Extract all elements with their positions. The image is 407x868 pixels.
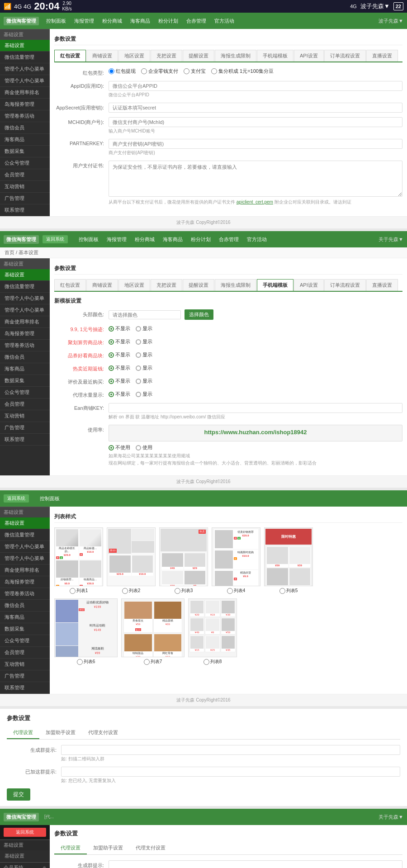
tab2-shop[interactable]: 商铺设置 — [86, 279, 118, 291]
nav-member[interactable]: 合赤管理 — [183, 16, 210, 26]
subtab-agent[interactable]: 代理设置 — [7, 727, 39, 739]
tab-order-flow[interactable]: 订单流程设置 — [324, 50, 366, 62]
nav-poster[interactable]: 海报管理 — [71, 16, 98, 26]
tab-api[interactable]: API设置 — [294, 50, 324, 62]
sidebar2-ad[interactable]: 广告管理 — [0, 422, 50, 434]
sidebar-item-rate[interactable]: 商金使用率排名 — [0, 87, 50, 99]
sidebar-item-data[interactable]: 数据采集 — [0, 146, 50, 157]
label-style-6[interactable]: 列表6 — [54, 659, 118, 665]
radio-hide-juhua[interactable]: 显示 — [136, 338, 152, 345]
textarea-cert[interactable] — [109, 161, 402, 197]
sidebar-item-ad[interactable]: 广告管理 — [0, 193, 50, 204]
tab2-api[interactable]: API设置 — [294, 279, 324, 291]
bottom-user[interactable]: 关于先森▼ — [379, 814, 403, 821]
nav-official[interactable]: 官方活动 — [211, 16, 238, 26]
input-partnerkey[interactable] — [109, 139, 402, 149]
sidebar-item-vip[interactable]: 微信会员 — [0, 122, 50, 134]
label-style-3[interactable]: 列表3 — [159, 588, 208, 594]
nav2-mall[interactable]: 粉分商城 — [131, 235, 158, 244]
sidebar3-menu2[interactable]: 管理个人中心菜单 — [0, 553, 50, 564]
user-label[interactable]: 波子先森▼ — [360, 2, 390, 10]
bottom-subtab-agent[interactable]: 代理设置 — [54, 842, 87, 854]
radio-show-99[interactable]: 不显示 — [109, 325, 130, 332]
nav-products[interactable]: 海客商品 — [127, 16, 154, 26]
sidebar3-marketing[interactable]: 互动营销 — [0, 659, 50, 670]
nav-plan[interactable]: 粉分计划 — [155, 16, 182, 26]
sidebar2-sea[interactable]: 海客商品 — [0, 363, 50, 375]
label-style-8[interactable]: 列表8 — [188, 659, 237, 665]
radio-show-hotreturn[interactable]: 不显示 — [109, 365, 130, 371]
sidebar2-menu1[interactable]: 管理个人中心菜单 — [0, 293, 50, 304]
label-style-7[interactable]: 列表7 — [121, 659, 185, 665]
radio-hide-99[interactable]: 显示 — [136, 325, 152, 332]
sidebar3-rate[interactable]: 商金使用率排名 — [0, 564, 50, 576]
sidebar-item-coupon[interactable]: 管理卷券活动 — [0, 110, 50, 122]
sidebar3-sea[interactable]: 海客商品 — [0, 612, 50, 623]
sidebar-bottom-basic[interactable]: 基础设置 — [0, 850, 50, 862]
subtab-join[interactable]: 加盟助手设置 — [39, 727, 82, 739]
btn-back-system[interactable]: 返回系统 — [43, 235, 68, 243]
tab2-region[interactable]: 地区设置 — [118, 279, 150, 291]
radio-show-review[interactable]: 不显示 — [109, 378, 130, 384]
nav-control-panel[interactable]: 控制面板 — [43, 16, 70, 26]
subtab-pay[interactable]: 代理支付设置 — [82, 727, 124, 739]
sidebar3-wechat[interactable]: 公众号管理 — [0, 635, 50, 647]
tab-shop[interactable]: 商铺设置 — [86, 50, 118, 62]
sidebar2-flow[interactable]: 微信流量管理 — [0, 281, 50, 293]
tab-redpacket[interactable]: 红包设置 — [54, 50, 86, 62]
sidebar-collapse-icon[interactable]: ⊕ — [43, 865, 46, 868]
tab-recharge[interactable]: 充把设置 — [151, 50, 182, 62]
nav2-official[interactable]: 官方活动 — [243, 235, 270, 244]
radio-alipay[interactable]: 支付宝 — [184, 68, 206, 75]
sidebar-item-wechat[interactable]: 公众号管理 — [0, 157, 50, 169]
input-appsecret[interactable] — [109, 103, 402, 113]
radio-hide-review[interactable]: 显示 — [136, 378, 152, 384]
sidebar-item-member[interactable]: 会员管理 — [0, 169, 50, 181]
sidebar3-menu1[interactable]: 管理个人中心菜单 — [0, 541, 50, 553]
tab-poster-limit[interactable]: 海报生成限制 — [215, 50, 256, 62]
input-gengroup[interactable] — [61, 745, 400, 755]
sidebar-item-contact[interactable]: 联系管理 — [0, 204, 50, 216]
sidebar-item-menu1[interactable]: 管理个人中心菜单 — [0, 63, 50, 75]
tab2-recharge[interactable]: 充把设置 — [151, 279, 182, 291]
sidebar3-member[interactable]: 会员管理 — [0, 647, 50, 659]
sidebar3-flow[interactable]: 微信流量管理 — [0, 529, 50, 541]
sidebar3-poster[interactable]: 岛海报券管理 — [0, 576, 50, 588]
nav2-control[interactable]: 控制面板 — [75, 235, 102, 244]
tab2-poster-limit[interactable]: 海报生成限制 — [215, 279, 256, 291]
submit-btn[interactable]: 提交 — [7, 788, 30, 801]
sidebar2-poster[interactable]: 岛海报券管理 — [0, 328, 50, 340]
radio-watermark-yes[interactable]: 使用 — [136, 444, 152, 451]
radio-hide-hotreturn[interactable]: 显示 — [136, 365, 152, 371]
sidebar3-vip[interactable]: 微信会员 — [0, 600, 50, 612]
sidebar2-rate[interactable]: 商金使用率排名 — [0, 316, 50, 328]
tab2-live[interactable]: 直播设置 — [366, 279, 398, 291]
sidebar-item-flow[interactable]: 微信流量管理 — [0, 52, 50, 63]
label-style-5[interactable]: 列表5 — [264, 588, 313, 594]
radio-redpacket[interactable]: 红包提现 — [109, 68, 136, 75]
nav2-poster[interactable]: 海报管理 — [103, 235, 130, 244]
input-color[interactable] — [109, 310, 181, 319]
sidebar2-coupon[interactable]: 管理卷券活动 — [0, 340, 50, 351]
sidebar-item-menu2[interactable]: 管理个人中心菜单 — [0, 75, 50, 87]
radio-show-pinquan[interactable]: 不显示 — [109, 351, 130, 358]
nav-mall[interactable]: 粉分商城 — [99, 16, 126, 26]
tab-remind[interactable]: 提醒设置 — [183, 50, 214, 62]
nav2-plan[interactable]: 粉分计划 — [187, 235, 214, 244]
input-ean[interactable] — [109, 403, 402, 413]
label-style-1[interactable]: 列表1 — [54, 588, 103, 594]
sidebar3-ad[interactable]: 广告管理 — [0, 670, 50, 682]
radio-hide-pinquan[interactable]: 显示 — [136, 351, 152, 358]
input-addedgroup[interactable] — [61, 767, 400, 777]
sidebar2-data[interactable]: 数据采集 — [0, 375, 50, 387]
sidebar2-menu2[interactable]: 管理个人中心菜单 — [0, 304, 50, 316]
radio-hide-agent[interactable]: 显示 — [136, 391, 152, 398]
sidebar2-marketing[interactable]: 互动营销 — [0, 410, 50, 422]
btn-back-3[interactable]: 返回系统 — [4, 494, 29, 503]
label-style-2[interactable]: 列表2 — [107, 588, 156, 594]
nav2-member[interactable]: 合赤管理 — [215, 235, 242, 244]
app-user-1[interactable]: 波子先森▼ — [379, 18, 403, 24]
input-mchid[interactable] — [109, 117, 402, 127]
sidebar2-wechat[interactable]: 公众号管理 — [0, 387, 50, 398]
bottom-subtab-pay[interactable]: 代理支付设置 — [129, 842, 172, 854]
